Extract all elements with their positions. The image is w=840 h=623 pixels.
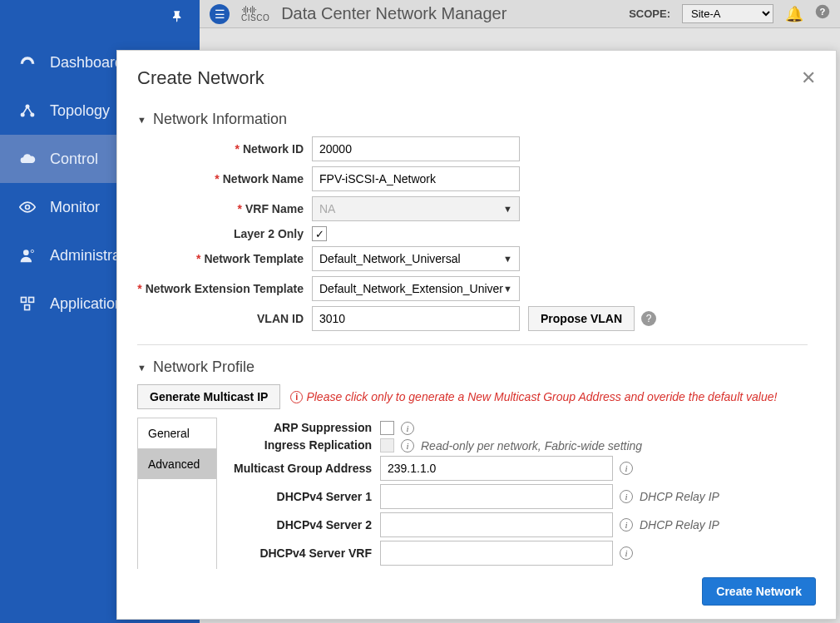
chevron-down-icon: ▼ [503, 254, 512, 264]
info-icon[interactable]: i [620, 462, 633, 475]
create-network-button[interactable]: Create Network [702, 577, 816, 606]
sidebar-item-label: Control [50, 151, 98, 168]
svg-point-5 [31, 250, 33, 252]
ingress-replication-checkbox [380, 438, 394, 452]
generate-warning: i Please click only to generate a New Mu… [290, 390, 777, 403]
dhcp2-label: DHCPv4 Server 2 [230, 518, 380, 532]
network-id-input[interactable] [312, 136, 520, 161]
info-icon[interactable]: i [620, 546, 633, 560]
user-gear-icon [18, 246, 37, 265]
modal-title: Create Network [137, 67, 264, 89]
network-template-label: *Network Template [137, 252, 312, 265]
profile-tabs: General Advanced [137, 418, 217, 569]
warning-icon: i [290, 391, 303, 403]
svg-text:?: ? [820, 7, 826, 17]
layer2-label: Layer 2 Only [137, 227, 312, 240]
menu-icon[interactable]: ☰ [210, 4, 230, 24]
ingress-replication-label: Ingress Replication [230, 438, 380, 452]
vlan-id-label: VLAN ID [137, 312, 312, 325]
svg-rect-6 [22, 298, 27, 303]
network-name-label: *Network Name [137, 172, 312, 185]
info-icon[interactable]: i [620, 518, 633, 532]
eye-icon [18, 198, 37, 216]
chevron-down-icon: ▼ [503, 204, 512, 214]
network-name-input[interactable] [312, 166, 520, 191]
create-network-modal: Create Network ✕ ▼ Network Information *… [116, 50, 837, 620]
close-icon[interactable]: ✕ [801, 67, 816, 89]
network-ext-template-select[interactable]: Default_Network_Extension_Univer▼ [312, 276, 520, 301]
sidebar-item-label: Monitor [50, 199, 100, 216]
dhcp1-input[interactable] [380, 484, 613, 509]
dhcp-vrf-input[interactable] [380, 541, 613, 566]
tab-advanced[interactable]: Advanced [138, 449, 216, 479]
generate-multicast-ip-button[interactable]: Generate Multicast IP [137, 384, 280, 409]
cisco-logo: ·ı|ı·ı|ı· CISCO [241, 5, 269, 22]
network-ext-template-label: *Network Extension Template [137, 282, 312, 295]
dhcp-vrf-label: DHCPv4 Server VRF [230, 546, 380, 560]
ingress-hint: Read-only per network, Fabric-wide setti… [421, 439, 642, 452]
sidebar-item-label: Dashboard [50, 54, 123, 72]
collapse-icon: ▼ [137, 363, 146, 373]
vrf-name-select: NA▼ [312, 196, 520, 221]
sidebar-item-label: Topology [50, 102, 110, 120]
vlan-id-input[interactable] [312, 306, 520, 331]
vrf-name-label: *VRF Name [137, 202, 312, 215]
svg-point-3 [26, 205, 30, 210]
info-icon[interactable]: i [401, 439, 414, 452]
collapse-icon: ▼ [137, 115, 146, 125]
apps-icon [18, 294, 37, 313]
multicast-group-input[interactable] [380, 456, 613, 481]
svg-rect-7 [29, 298, 34, 303]
dhcp1-label: DHCPv4 Server 1 [230, 490, 380, 503]
network-template-select[interactable]: Default_Network_Universal▼ [312, 246, 520, 271]
scope-select[interactable]: Site-A [682, 4, 773, 23]
multicast-group-label: Multicast Group Address [230, 462, 380, 475]
help-icon[interactable]: ? [815, 4, 830, 23]
arp-suppression-checkbox[interactable] [380, 421, 394, 435]
dhcp2-hint: DHCP Relay IP [640, 518, 719, 532]
divider [137, 344, 808, 345]
section-network-information[interactable]: ▼ Network Information [137, 111, 808, 128]
propose-vlan-button[interactable]: Propose VLAN [528, 306, 635, 331]
topbar: ☰ ·ı|ı·ı|ı· CISCO Data Center Network Ma… [200, 0, 840, 28]
section-network-profile[interactable]: ▼ Network Profile [137, 358, 808, 376]
tab-general[interactable]: General [138, 418, 216, 449]
network-id-label: *Network ID [137, 142, 312, 156]
pin-icon[interactable] [171, 10, 185, 27]
svg-rect-8 [25, 305, 30, 310]
gauge-icon [18, 53, 37, 72]
app-title: Data Center Network Manager [281, 4, 506, 23]
bell-icon[interactable]: 🔔 [785, 5, 803, 23]
cloud-control-icon [18, 150, 37, 168]
scope-label: SCOPE: [629, 7, 670, 20]
svg-point-4 [23, 250, 29, 255]
dhcp2-input[interactable] [380, 512, 613, 537]
layer2-checkbox[interactable]: ✓ [312, 226, 327, 241]
info-icon[interactable]: i [620, 490, 633, 503]
topology-icon [18, 101, 37, 120]
dhcp1-hint: DHCP Relay IP [640, 490, 719, 503]
info-icon[interactable]: i [401, 422, 414, 435]
help-icon[interactable]: ? [641, 311, 656, 326]
chevron-down-icon: ▼ [503, 284, 512, 294]
arp-suppression-label: ARP Suppression [230, 421, 380, 434]
